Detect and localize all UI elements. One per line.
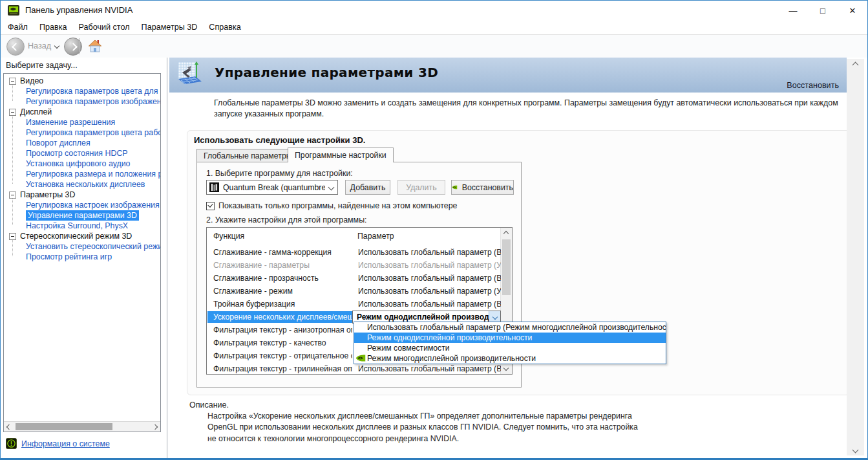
- checkbox-label: Показывать только программы, найденные н…: [218, 201, 458, 210]
- collapse-icon[interactable]: [9, 78, 16, 85]
- minimize-button[interactable]: —: [778, 1, 808, 20]
- scroll-down-icon[interactable]: [847, 444, 864, 455]
- description-title: Описание.: [189, 400, 229, 410]
- scroll-up-icon[interactable]: [503, 231, 509, 236]
- sidebar: Выберите задачу... Видео Регулировка пар…: [1, 58, 167, 458]
- column-header-function[interactable]: Функция: [213, 232, 244, 241]
- program-select-value: Quantum Break (quantumbreak...: [223, 183, 325, 192]
- settings-panel: Использовать следующие настройки 3D. Гло…: [187, 130, 850, 395]
- nvidia-app-icon: [7, 4, 20, 17]
- page-header: Управление параметрами 3D Восстановить: [169, 58, 847, 93]
- tree-group-stereo-3d: Стереоскопический режим 3D Установить ст…: [4, 231, 160, 262]
- dropdown-item[interactable]: Режим совместимости: [354, 343, 666, 353]
- collapse-icon[interactable]: [9, 192, 16, 199]
- table-row[interactable]: Сглаживание - прозрачностьИспользовать г…: [207, 272, 501, 285]
- tree-item-digital-audio[interactable]: Установка цифрового аудио: [4, 159, 160, 169]
- table-row[interactable]: Тройная буферизацияИспользовать глобальн…: [207, 298, 501, 311]
- setting-dropdown-list: Использовать глобальный параметр (Режим …: [354, 322, 666, 364]
- tree-parent-display[interactable]: Дисплей: [4, 107, 160, 117]
- content-scrollbar[interactable]: [847, 59, 864, 455]
- program-select[interactable]: Quantum Break (quantumbreak...: [206, 180, 338, 195]
- page-intro: Глобальные параметры 3D можно заменить и…: [214, 98, 844, 119]
- dropdown-item[interactable]: Использовать глобальный параметр (Режим …: [354, 322, 666, 333]
- maximize-button[interactable]: □: [808, 1, 838, 20]
- add-button[interactable]: Добавить: [345, 180, 390, 195]
- scroll-left-icon[interactable]: [6, 424, 12, 430]
- collapse-icon[interactable]: [9, 109, 16, 116]
- task-tree: Видео Регулировка параметров цвета для в…: [3, 73, 161, 432]
- back-arrow-icon: [12, 43, 20, 51]
- tree-item-game-rating[interactable]: Просмотр рейтинга игр: [4, 252, 160, 262]
- step1-label: 1. Выберите программу для настройки:: [206, 169, 353, 178]
- scroll-up-icon[interactable]: [847, 59, 864, 71]
- scroll-down-icon[interactable]: [503, 366, 509, 371]
- toolbar-separator: [79, 38, 80, 54]
- menu-help[interactable]: Справка: [203, 21, 246, 34]
- tree-group-display: Дисплей Изменение разрешения Регулировка…: [4, 107, 160, 190]
- menu-3d-settings[interactable]: Параметры 3D: [136, 21, 204, 34]
- dropdown-item-highlighted[interactable]: Режим однодисплейной производительности: [354, 333, 666, 343]
- page-title: Управление параметрами 3D: [215, 65, 438, 80]
- restore-defaults-link[interactable]: Восстановить: [787, 81, 839, 90]
- system-info-link[interactable]: Информация о системе: [21, 439, 110, 448]
- menu-edit[interactable]: Правка: [34, 21, 73, 34]
- tree-parent-stereo[interactable]: Стереоскопический режим 3D: [4, 231, 160, 241]
- tree-parent-video[interactable]: Видео: [4, 76, 160, 86]
- restore-button-label: Восстановить: [462, 183, 513, 192]
- collapse-icon[interactable]: [9, 233, 16, 240]
- program-restore-button[interactable]: Восстановить: [451, 180, 514, 195]
- show-only-checkbox-row[interactable]: Показывать только программы, найденные н…: [206, 201, 458, 210]
- tree-parent-3d[interactable]: Параметры 3D: [4, 190, 160, 200]
- tree-item-size-position[interactable]: Регулировка размера и положения рабоч: [4, 169, 160, 179]
- scrollbar-thumb[interactable]: [502, 239, 511, 295]
- main-content: Управление параметрами 3D Восстановить Г…: [167, 58, 867, 458]
- back-dropdown-icon[interactable]: [54, 43, 59, 49]
- toolbar: Назад: [1, 35, 867, 58]
- menu-desktop[interactable]: Рабочий стол: [73, 21, 136, 34]
- tab-program-settings[interactable]: Программные настройки: [288, 148, 394, 162]
- tree-item-resolution[interactable]: Изменение разрешения: [4, 117, 160, 127]
- tree-item-video-image[interactable]: Регулировка параметров изображения д: [4, 96, 160, 107]
- tree-item-rotation[interactable]: Поворот дисплея: [4, 138, 160, 148]
- column-header-parameter[interactable]: Параметр: [357, 232, 394, 241]
- tree-item-manage-3d[interactable]: Управление параметрами 3D: [4, 210, 160, 221]
- chevron-down-icon: [492, 314, 497, 320]
- close-button[interactable]: ✕: [838, 1, 867, 20]
- checkbox-checked-icon[interactable]: [206, 202, 215, 210]
- window-title: Панель управления NVIDIA: [25, 5, 132, 15]
- tree-item-desktop-color[interactable]: Регулировка параметров цвета рабочег: [4, 127, 160, 138]
- section-title: Использовать следующие настройки 3D.: [194, 135, 365, 145]
- chevron-down-icon: [328, 184, 335, 191]
- nvidia-eye-icon: [452, 184, 458, 191]
- system-info-icon: [6, 438, 17, 449]
- description-text: Настройка «Ускорение нескольких дисплеев…: [207, 411, 647, 444]
- nvidia-control-panel-window: Панель управления NVIDIA — □ ✕ Файл Прав…: [0, 0, 868, 460]
- tree-item-set-stereo[interactable]: Установить стереоскопический режим 3: [4, 241, 160, 252]
- tree-group-3d-settings: Параметры 3D Регулировка настроек изобра…: [4, 190, 160, 231]
- nvidia-eye-icon: [355, 355, 366, 362]
- table-row[interactable]: Сглаживание - режимИспользовать глобальн…: [207, 285, 501, 298]
- tree-item-image-preview[interactable]: Регулировка настроек изображения с пр: [4, 200, 160, 210]
- title-bar: Панель управления NVIDIA — □ ✕: [1, 1, 867, 20]
- tree-parent-label: Параметры 3D: [20, 190, 75, 199]
- table-row[interactable]: Фильтрация текстур - трилинейная опт...И…: [207, 362, 501, 375]
- table-row[interactable]: Сглаживание - гамма-коррекцияИспользоват…: [207, 246, 501, 259]
- tree-item-surround-physx[interactable]: Настройка Surround, PhysX: [4, 221, 160, 231]
- manage-3d-icon: [175, 60, 206, 91]
- dropdown-item-label: Режим многодисплейной производительности: [367, 354, 536, 363]
- table-row[interactable]: Сглаживание - параметрыИспользовать глоб…: [207, 259, 501, 272]
- tree-horizontal-scrollbar[interactable]: [4, 421, 160, 432]
- home-button[interactable]: [87, 38, 103, 54]
- tree-item-hdcp[interactable]: Просмотр состояния HDCP: [4, 148, 160, 159]
- remove-button[interactable]: Удалить: [397, 180, 445, 195]
- quantum-break-icon: [209, 182, 219, 192]
- scroll-right-icon[interactable]: [153, 424, 158, 430]
- tree-item-video-color[interactable]: Регулировка параметров цвета для вид: [4, 86, 160, 96]
- menu-file[interactable]: Файл: [2, 21, 34, 34]
- tree-item-multi-display[interactable]: Установка нескольких дисплеев: [4, 179, 160, 190]
- tab-global-settings[interactable]: Глобальные параметры: [196, 149, 299, 162]
- tree-group-video: Видео Регулировка параметров цвета для в…: [4, 76, 160, 107]
- scrollbar-thumb[interactable]: [16, 423, 112, 430]
- back-button[interactable]: [6, 38, 25, 56]
- dropdown-item[interactable]: Режим многодисплейной производительности: [354, 353, 666, 364]
